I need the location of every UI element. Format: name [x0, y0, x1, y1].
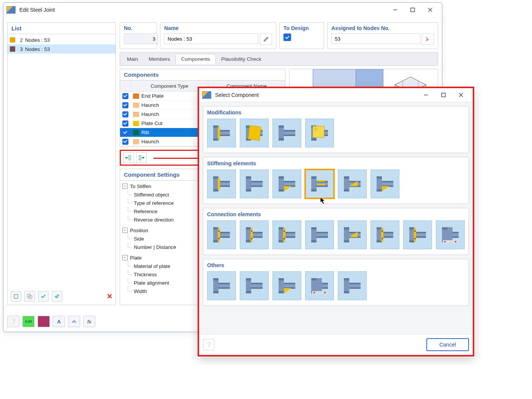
delete-item-button[interactable]: ✕	[107, 292, 112, 301]
component-thumb[interactable]	[305, 220, 334, 249]
component-thumb[interactable]	[207, 220, 236, 249]
component-thumb[interactable]	[207, 271, 236, 300]
component-thumb[interactable]	[240, 119, 269, 147]
row-checkbox[interactable]	[122, 93, 128, 99]
name-input[interactable]	[164, 33, 258, 44]
svg-rect-52	[246, 176, 251, 179]
insert-component-after-button[interactable]	[136, 152, 147, 163]
help-button[interactable]: ❔	[7, 316, 19, 327]
tab-main[interactable]: Main	[122, 54, 143, 64]
check-all-button[interactable]	[38, 291, 49, 302]
component-thumb[interactable]	[240, 169, 269, 198]
no-input[interactable]	[124, 33, 158, 44]
svg-rect-42	[313, 126, 324, 138]
dialog-maximize-button[interactable]	[435, 89, 452, 101]
components-title: Components	[120, 69, 285, 81]
color-swatch	[133, 139, 139, 144]
section-stiffening: Stiffening elements	[203, 157, 469, 204]
edit-name-button[interactable]	[260, 33, 272, 45]
row-checkbox[interactable]	[122, 111, 128, 117]
svg-rect-100	[251, 236, 263, 238]
dialog-footer: ❔ Cancel	[199, 334, 473, 355]
svg-rect-21	[218, 135, 230, 136]
color-button[interactable]	[38, 316, 50, 327]
svg-rect-184	[344, 278, 349, 280]
svg-rect-83	[382, 181, 393, 182]
component-thumb[interactable]	[207, 119, 236, 147]
svg-point-152	[444, 241, 446, 242]
to-design-checkbox[interactable]	[283, 33, 291, 41]
close-button[interactable]	[421, 4, 439, 16]
svg-rect-65	[311, 176, 317, 179]
new-item-button[interactable]	[11, 291, 21, 302]
dialog-titlebar: Select Component	[199, 88, 473, 102]
component-thumb[interactable]	[370, 220, 399, 249]
svg-point-153	[455, 241, 456, 242]
row-checkbox[interactable]	[122, 102, 128, 108]
color-swatch	[133, 93, 139, 99]
component-thumb[interactable]	[338, 220, 367, 249]
svg-rect-151	[447, 227, 453, 240]
tab-components[interactable]: Components	[176, 54, 216, 64]
dialog-minimize-button[interactable]	[417, 89, 435, 101]
minimize-button[interactable]	[386, 4, 404, 16]
insert-component-before-button[interactable]	[123, 152, 134, 163]
svg-rect-31	[279, 125, 284, 128]
collapse-icon[interactable]: −	[122, 255, 128, 260]
app-icon	[6, 6, 16, 14]
dialog-close-button[interactable]	[452, 89, 470, 101]
row-checkbox[interactable]	[122, 139, 128, 145]
component-thumb[interactable]	[305, 119, 334, 147]
font-button[interactable]: A	[53, 316, 65, 327]
svg-point-182	[324, 292, 326, 293]
component-thumb[interactable]	[370, 169, 399, 198]
nodes-input[interactable]	[331, 33, 420, 44]
cancel-button[interactable]: Cancel	[426, 338, 469, 351]
list-row[interactable]: 2 Nodes : 53	[8, 35, 116, 44]
component-thumb[interactable]	[240, 220, 269, 249]
tab-plausibility-check[interactable]: Plausibility Check	[216, 54, 267, 64]
list-title: List	[8, 23, 116, 34]
collapse-icon[interactable]: −	[122, 228, 128, 233]
component-thumb[interactable]	[272, 220, 301, 249]
svg-rect-90	[218, 232, 230, 233]
svg-rect-128	[377, 240, 382, 242]
pick-nodes-button[interactable]	[422, 33, 434, 45]
component-thumb[interactable]	[240, 271, 269, 300]
svg-rect-110	[283, 228, 285, 242]
view-button[interactable]	[68, 316, 80, 327]
mouse-cursor-icon	[320, 197, 326, 205]
svg-marker-172	[284, 288, 291, 293]
function-button[interactable]: fх	[83, 316, 95, 327]
units-button[interactable]: 0,00	[22, 316, 35, 327]
color-swatch	[133, 103, 139, 108]
svg-rect-6	[139, 155, 141, 160]
svg-rect-106	[279, 240, 284, 242]
tab-members[interactable]: Members	[143, 54, 175, 64]
component-thumb[interactable]	[338, 169, 367, 198]
component-thumb[interactable]	[403, 220, 432, 249]
component-thumb[interactable]	[207, 169, 236, 198]
check-refresh-button[interactable]	[52, 291, 62, 302]
svg-rect-22	[218, 127, 220, 139]
section-header: Connection elements	[207, 211, 465, 217]
component-thumb[interactable]	[272, 169, 301, 198]
row-checkbox[interactable]	[122, 120, 128, 127]
component-thumb[interactable]	[436, 220, 465, 249]
component-thumb[interactable]	[338, 271, 367, 300]
svg-rect-69	[317, 185, 328, 187]
component-thumb[interactable]	[272, 271, 301, 300]
svg-rect-80	[377, 176, 382, 179]
component-thumb[interactable]	[305, 271, 334, 300]
collapse-icon[interactable]: −	[122, 184, 128, 189]
list-row[interactable]: 3 Nodes : 53	[8, 44, 116, 54]
component-thumb[interactable]	[272, 119, 301, 147]
row-checkbox[interactable]	[122, 130, 128, 136]
bottom-toolbar: ❔ 0,00 A fх	[7, 316, 95, 327]
copy-item-button[interactable]	[24, 291, 35, 302]
maximize-button[interactable]	[404, 4, 421, 16]
svg-rect-35	[284, 135, 295, 136]
component-thumb[interactable]	[305, 169, 334, 198]
svg-rect-187	[349, 283, 361, 284]
dialog-help-button[interactable]: ❔	[203, 339, 214, 350]
